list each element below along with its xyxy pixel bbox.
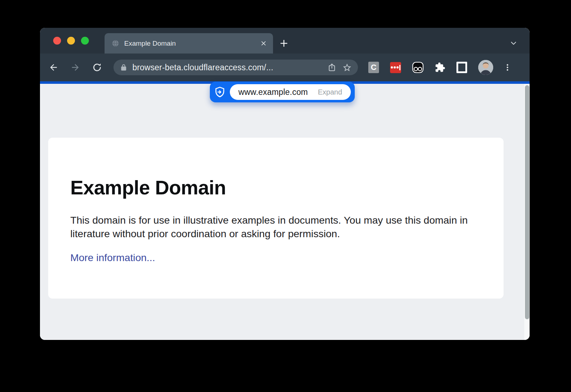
kebab-menu-icon <box>503 63 512 72</box>
chevron-down-icon <box>509 39 518 47</box>
close-icon <box>261 40 267 46</box>
globe-icon <box>112 40 119 47</box>
lastpass-icon[interactable] <box>390 62 401 73</box>
tab-title: Example Domain <box>124 40 258 47</box>
more-information-link[interactable]: More information... <box>70 252 155 264</box>
expand-button[interactable]: Expand <box>318 88 342 96</box>
close-window-button[interactable] <box>53 37 61 45</box>
minimize-window-button[interactable] <box>67 37 75 45</box>
content-card: Example Domain This domain is for use in… <box>48 138 504 299</box>
share-button[interactable] <box>324 60 339 75</box>
arrow-left-icon <box>49 62 59 72</box>
browser-toolbar: browser-beta.cloudflareaccess.com/... C <box>40 54 530 81</box>
tab-search-button[interactable] <box>506 35 521 51</box>
new-tab-button[interactable] <box>276 35 292 51</box>
extensions-area: C <box>368 60 493 75</box>
browser-tab[interactable]: Example Domain <box>105 33 273 54</box>
forward-button[interactable] <box>67 60 83 75</box>
browser-window: Example Domain <box>40 28 530 340</box>
browser-menu-button[interactable] <box>500 60 515 75</box>
lock-icon <box>120 64 127 71</box>
scrollbar-track[interactable] <box>524 84 530 340</box>
avatar-photo <box>478 60 493 75</box>
page-title: Example Domain <box>70 176 481 199</box>
isolated-domain: www.example.com <box>238 87 308 97</box>
traffic-lights <box>40 28 89 54</box>
url-text: browser-beta.cloudflareaccess.com/... <box>132 63 324 72</box>
bookmark-button[interactable] <box>339 60 354 75</box>
tab-strip: Example Domain <box>40 28 530 54</box>
back-button[interactable] <box>46 60 61 75</box>
isolation-banner[interactable]: www.example.com Expand <box>210 82 355 102</box>
zoom-window-button[interactable] <box>81 37 89 45</box>
goggles-icon[interactable] <box>412 62 424 73</box>
address-bar[interactable]: browser-beta.cloudflareaccess.com/... <box>113 60 358 75</box>
shield-arrow-icon <box>210 86 230 98</box>
plus-icon <box>279 39 289 48</box>
page-content: www.example.com Expand Example Domain Th… <box>40 84 530 340</box>
profile-avatar[interactable] <box>478 60 493 75</box>
star-icon <box>342 63 352 72</box>
puzzle-icon[interactable] <box>435 62 445 73</box>
share-icon <box>327 63 337 72</box>
page-body-text: This domain is for use in illustrative e… <box>70 213 481 240</box>
scrollbar-thumb[interactable] <box>525 85 529 319</box>
frame-icon[interactable] <box>456 62 467 73</box>
close-tab-button[interactable] <box>258 38 269 49</box>
c-extension-icon[interactable]: C <box>368 62 379 73</box>
reload-button[interactable] <box>89 60 105 75</box>
isolated-domain-pill: www.example.com Expand <box>230 84 351 100</box>
arrow-right-icon <box>70 62 80 72</box>
reload-icon <box>92 62 102 72</box>
